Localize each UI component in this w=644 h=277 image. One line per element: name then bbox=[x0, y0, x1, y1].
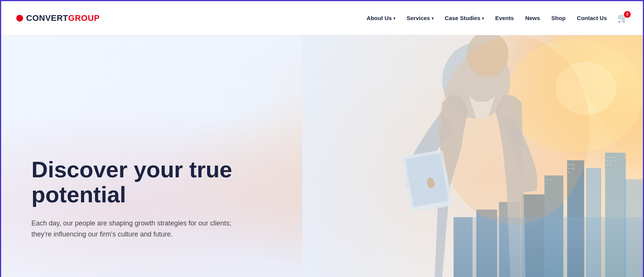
hero-section: Discover your true potential Each day, o… bbox=[1, 35, 643, 277]
nav-item-events[interactable]: Events bbox=[491, 12, 518, 24]
chevron-down-icon-services: ▾ bbox=[432, 16, 433, 20]
hero-headline: Discover your true potential bbox=[31, 157, 278, 207]
nav-label-about-us: About Us bbox=[366, 15, 392, 21]
logo-group: GROUP bbox=[68, 13, 100, 23]
nav-item-services[interactable]: Services ▾ bbox=[402, 12, 438, 24]
svg-rect-15 bbox=[614, 156, 616, 158]
nav-item-shop[interactable]: Shop bbox=[547, 12, 570, 24]
hero-illustration bbox=[302, 35, 643, 277]
cart-badge: 0 bbox=[624, 11, 631, 18]
logo-text: CONVERTGROUP bbox=[26, 13, 100, 23]
svg-rect-16 bbox=[606, 160, 608, 162]
nav-label-contact-us: Contact Us bbox=[577, 15, 607, 21]
logo-dot bbox=[16, 15, 23, 22]
nav-label-news: News bbox=[525, 15, 540, 21]
svg-rect-20 bbox=[610, 164, 612, 166]
hero-subtext: Each day, our people are shaping growth … bbox=[31, 218, 243, 240]
svg-rect-19 bbox=[606, 164, 608, 166]
nav-label-events: Events bbox=[495, 15, 514, 21]
logo-convert: CONVERT bbox=[26, 13, 68, 23]
chevron-down-icon-case-studies: ▾ bbox=[482, 16, 484, 20]
nav-item-about-us[interactable]: About Us ▾ bbox=[362, 12, 400, 24]
nav-item-contact-us[interactable]: Contact Us bbox=[572, 12, 611, 24]
logo[interactable]: CONVERTGROUP bbox=[16, 13, 100, 23]
svg-rect-35 bbox=[454, 217, 643, 277]
svg-rect-13 bbox=[606, 156, 608, 158]
nav-label-shop: Shop bbox=[551, 15, 566, 21]
cart-button[interactable]: 🛒 0 bbox=[617, 13, 628, 23]
nav-item-case-studies[interactable]: Case Studies ▾ bbox=[440, 12, 488, 24]
header: CONVERTGROUP About Us ▾ Services ▾ Case … bbox=[1, 1, 643, 35]
nav-item-news[interactable]: News bbox=[521, 12, 544, 24]
nav-label-case-studies: Case Studies bbox=[445, 15, 480, 21]
chevron-down-icon-about-us: ▾ bbox=[393, 16, 395, 20]
nav-label-services: Services bbox=[407, 15, 430, 21]
svg-rect-14 bbox=[610, 156, 612, 158]
svg-rect-18 bbox=[614, 160, 616, 162]
main-nav: About Us ▾ Services ▾ Case Studies ▾ Eve… bbox=[362, 12, 628, 24]
svg-rect-17 bbox=[610, 160, 612, 162]
hero-content: Discover your true potential Each day, o… bbox=[31, 157, 278, 240]
